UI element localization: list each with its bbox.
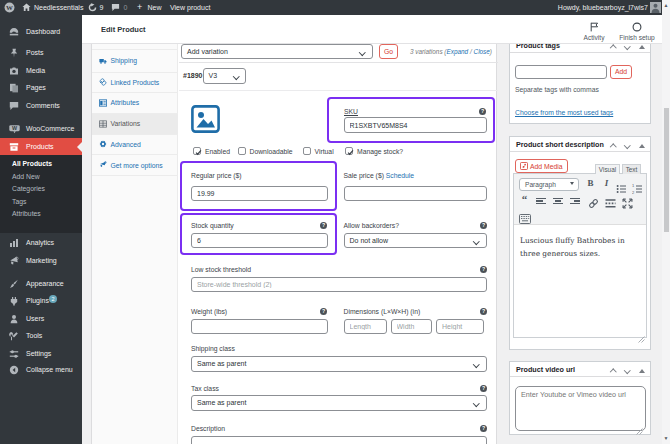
length-input[interactable] xyxy=(344,319,387,334)
howdy-text[interactable]: Howdy, bluebearboyz_l7wis7 xyxy=(558,0,648,15)
sidebar-item-posts[interactable]: Posts xyxy=(0,44,82,62)
editor-content[interactable]: Luscious fluffy Bathrobes in three gener… xyxy=(514,225,646,337)
align-left-icon[interactable] xyxy=(536,196,546,209)
link-icon[interactable] xyxy=(587,195,600,208)
submenu-tags[interactable]: Tags xyxy=(0,196,82,209)
finish-setup-button[interactable]: Finish setup xyxy=(615,15,659,44)
toggle-panel-icon[interactable] xyxy=(639,45,645,49)
tab-variations[interactable]: Variations xyxy=(92,114,178,135)
fullscreen-icon[interactable] xyxy=(621,195,634,208)
height-input[interactable] xyxy=(436,319,484,334)
tab-attributes[interactable]: Attributes xyxy=(92,93,178,114)
description-help-icon[interactable]: ? xyxy=(480,425,487,432)
close-link[interactable]: Close xyxy=(474,48,490,55)
choose-tags-link[interactable]: Choose from the most used tags xyxy=(515,109,613,116)
virtual-checkbox[interactable] xyxy=(303,147,311,155)
sidebar-item-dashboard[interactable]: Dashboard xyxy=(0,23,82,41)
product-video-header[interactable]: Product video url xyxy=(510,362,650,377)
sale-price-input[interactable] xyxy=(344,186,488,201)
go-button[interactable]: Go xyxy=(379,44,398,59)
shipping-class-select[interactable]: Same as parent xyxy=(191,356,487,372)
downloadable-checkbox[interactable] xyxy=(238,147,246,155)
add-tag-button[interactable]: Add xyxy=(610,65,632,79)
bold-button[interactable]: B xyxy=(584,178,597,191)
tab-shipping[interactable]: Shipping xyxy=(92,50,178,73)
resize-handle-icon[interactable] xyxy=(636,421,643,428)
add-media-button[interactable]: Add Media xyxy=(515,159,568,173)
manage-stock-checkbox[interactable] xyxy=(345,147,353,155)
move-up-icon[interactable] xyxy=(610,144,616,150)
toolbar-toggle-icon[interactable] xyxy=(518,210,531,223)
sidebar-item-tools[interactable]: Tools xyxy=(0,327,82,345)
tax-class-help-icon[interactable]: ? xyxy=(480,385,487,392)
sidebar-item-collapse-menu[interactable]: Collapse menu xyxy=(0,361,82,379)
short-description-header[interactable]: Product short description xyxy=(510,137,650,152)
add-variation-select[interactable]: Add variation xyxy=(181,44,373,59)
site-name[interactable]: Needlessentials xyxy=(34,0,83,15)
scroll-up-icon[interactable]: ▲ xyxy=(662,2,670,8)
tab-advanced[interactable]: Advanced xyxy=(92,135,178,156)
move-down-icon[interactable] xyxy=(624,142,630,148)
wordpress-logo-icon[interactable]: W xyxy=(4,0,15,15)
tax-class-select[interactable]: Same as parent xyxy=(191,395,487,411)
view-product-link[interactable]: View product xyxy=(170,0,210,15)
activity-button[interactable]: Activity xyxy=(572,15,616,44)
resize-handle-icon[interactable] xyxy=(638,329,645,336)
sidebar-item-plugins[interactable]: Plugins 2 xyxy=(0,292,82,310)
sidebar-item-products[interactable]: Products xyxy=(0,138,82,156)
comments-icon[interactable] xyxy=(111,0,120,15)
scrollbar[interactable]: ▲ ▼ xyxy=(662,0,670,444)
ordered-list-icon[interactable]: 12 xyxy=(631,180,644,193)
sidebar-item-users[interactable]: Users xyxy=(0,310,82,328)
allow-backorders-help-icon[interactable]: ? xyxy=(480,222,487,229)
home-icon[interactable] xyxy=(22,0,31,15)
tab-text[interactable]: Text xyxy=(622,164,641,174)
video-url-textarea[interactable] xyxy=(515,386,646,431)
blockquote-icon[interactable]: “ xyxy=(518,193,531,206)
allow-backorders-select[interactable]: Do not allow xyxy=(344,233,488,248)
tag-input[interactable] xyxy=(515,65,607,79)
plus-icon[interactable]: + xyxy=(137,0,142,15)
submenu-attributes[interactable]: Attributes xyxy=(0,208,82,221)
new-button[interactable]: New xyxy=(148,0,162,15)
read-more-icon[interactable] xyxy=(604,195,617,208)
scrollbar-thumb[interactable] xyxy=(664,108,669,232)
low-stock-input[interactable] xyxy=(191,277,487,292)
width-input[interactable] xyxy=(391,319,433,334)
submenu-add-new[interactable]: Add New xyxy=(0,171,82,184)
updates-icon[interactable] xyxy=(88,0,97,15)
align-right-icon[interactable] xyxy=(570,196,580,209)
avatar[interactable] xyxy=(650,0,661,15)
bullet-list-icon[interactable] xyxy=(615,180,628,193)
tab-get-more-options[interactable]: Get more options xyxy=(92,155,178,176)
sidebar-item-marketing[interactable]: Marketing xyxy=(0,252,82,270)
sidebar-item-settings[interactable]: Settings xyxy=(0,345,82,363)
description-textarea[interactable] xyxy=(191,436,487,444)
variation-image-button[interactable] xyxy=(191,105,220,137)
tab-visual[interactable]: Visual xyxy=(595,164,620,174)
toggle-panel-icon[interactable] xyxy=(639,369,645,373)
low-stock-help-icon[interactable]: ? xyxy=(480,266,487,273)
tab-linked-products[interactable]: Linked Products xyxy=(92,73,178,94)
dimensions-help-icon[interactable]: ? xyxy=(480,308,487,315)
toggle-panel-icon[interactable] xyxy=(639,144,645,148)
paragraph-select[interactable]: Paragraph xyxy=(519,178,579,191)
align-center-icon[interactable] xyxy=(553,196,563,209)
sidebar-item-appearance[interactable]: Appearance xyxy=(0,275,82,293)
move-up-icon[interactable] xyxy=(610,45,616,51)
move-down-icon[interactable] xyxy=(624,367,630,373)
sidebar-item-media[interactable]: Media xyxy=(0,62,82,80)
sidebar-item-pages[interactable]: Pages xyxy=(0,79,82,97)
move-up-icon[interactable] xyxy=(610,369,616,375)
submenu-categories[interactable]: Categories xyxy=(0,183,82,196)
submenu-all-products[interactable]: All Products xyxy=(0,158,82,171)
scroll-down-icon[interactable]: ▼ xyxy=(662,435,670,441)
enabled-checkbox[interactable] xyxy=(193,147,201,155)
variation-option-select[interactable]: V3 xyxy=(203,68,247,84)
weight-input[interactable] xyxy=(191,319,328,334)
sidebar-item-analytics[interactable]: Analytics xyxy=(0,234,82,252)
weight-help-icon[interactable]: ? xyxy=(320,308,327,315)
sidebar-item-comments[interactable]: Comments xyxy=(0,97,82,115)
schedule-link[interactable]: Schedule xyxy=(386,172,414,179)
italic-button[interactable]: I xyxy=(600,178,613,191)
